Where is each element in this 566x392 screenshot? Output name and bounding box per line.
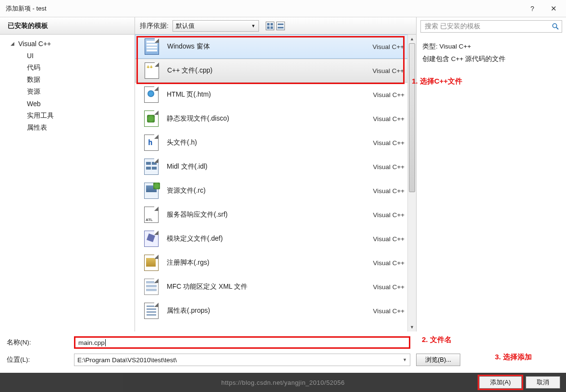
props-file-icon <box>144 303 159 319</box>
item-label: HTML 页(.htm) <box>167 90 373 99</box>
mfc-file-icon <box>144 279 159 295</box>
watermark-text: https://blog.csdn.net/yangjin_2010/52056 <box>0 379 566 386</box>
name-value: main.cpp <box>78 339 105 346</box>
scroll-up-icon[interactable]: ▲ <box>408 35 416 43</box>
item-lang: Visual C++ <box>373 259 405 267</box>
tree-root-label: Visual C++ <box>18 40 51 48</box>
cpp-file-icon <box>145 62 159 79</box>
installed-templates-header: 已安装的模板 <box>0 17 135 35</box>
annotation-2: 2. 文件名 <box>422 335 452 344</box>
name-input[interactable]: main.cpp <box>74 336 410 349</box>
chevron-down-icon: ▼ <box>251 24 256 28</box>
item-label: 服务器响应文件(.srf) <box>167 210 373 219</box>
item-lang: Visual C++ <box>372 67 404 74</box>
windows-form-icon <box>145 38 159 55</box>
item-lang: Visual C++ <box>373 283 405 291</box>
item-lang: Visual C++ <box>373 115 405 122</box>
item-label: 资源文件(.rc) <box>167 186 373 195</box>
item-lang: Visual C++ <box>373 163 405 171</box>
template-list-pane: 排序依据: 默认值 ▼ Windows 窗体 Visual C++ C++ 文件… <box>135 17 416 331</box>
close-button[interactable]: ✕ <box>543 2 564 15</box>
search-icon <box>551 22 560 31</box>
item-label: 模块定义文件(.def) <box>167 234 373 243</box>
bottom-panel: 名称(N): main.cpp 位置(L): E:\Program Data\V… <box>0 331 566 373</box>
list-item[interactable]: MFC 功能区定义 XML 文件 Visual C++ <box>135 275 416 299</box>
disco-file-icon <box>144 110 159 127</box>
svg-point-0 <box>553 24 556 27</box>
item-label: 属性表(.props) <box>167 306 373 315</box>
left-pane: 已安装的模板 ◢ Visual C++ UI 代码 数据 资源 Web 实用工具… <box>0 17 135 331</box>
tree-item-web[interactable]: Web <box>0 98 135 110</box>
list-item[interactable]: 属性表(.props) Visual C++ <box>135 299 416 323</box>
item-label: 注册脚本(.rgs) <box>167 258 373 267</box>
html-file-icon <box>144 86 159 103</box>
item-label: C++ 文件(.cpp) <box>167 66 372 75</box>
description-block: 类型: Visual C++ 创建包含 C++ 源代码的文件 <box>417 36 566 70</box>
scroll-down-icon[interactable]: ▼ <box>408 323 416 331</box>
scrollbar-thumb[interactable] <box>409 43 415 192</box>
item-lang: Visual C++ <box>373 187 405 195</box>
help-button[interactable]: ? <box>522 2 543 15</box>
location-input[interactable]: E:\Program Data\VS2010\test\test\ ▼ <box>74 354 410 366</box>
text-cursor <box>105 339 106 346</box>
list-item[interactable]: 静态发现文件(.disco) Visual C++ <box>135 107 416 131</box>
list-item[interactable]: 注册脚本(.rgs) Visual C++ <box>135 251 416 275</box>
description-text: 创建包含 C++ 源代码的文件 <box>422 53 560 65</box>
chevron-down-icon: ◢ <box>10 41 15 46</box>
rgs-file-icon <box>144 255 159 271</box>
window-title: 添加新项 - test <box>6 4 522 13</box>
annotation-1: 1. 选择C++文件 <box>412 77 462 86</box>
titlebar: 添加新项 - test ? ✕ <box>0 0 566 17</box>
tree-item-data[interactable]: 数据 <box>0 74 135 86</box>
location-label: 位置(L): <box>7 355 74 364</box>
type-value: Visual C++ <box>440 43 471 50</box>
search-input[interactable]: 搜索 已安装的模板 <box>420 20 562 33</box>
midl-file-icon <box>144 159 159 175</box>
def-file-icon <box>144 231 159 247</box>
details-pane: 搜索 已安装的模板 类型: Visual C++ 创建包含 C++ 源代码的文件… <box>416 17 566 331</box>
tree-item-ui[interactable]: UI <box>0 49 135 61</box>
list-item[interactable]: 资源文件(.rc) Visual C++ <box>135 179 416 203</box>
item-lang: Visual C++ <box>373 91 405 98</box>
view-small-icons[interactable] <box>266 22 274 30</box>
list-item[interactable]: 服务器响应文件(.srf) Visual C++ <box>135 203 416 227</box>
item-lang: Visual C++ <box>372 43 404 50</box>
item-lang: Visual C++ <box>373 307 405 315</box>
list-item[interactable]: 模块定义文件(.def) Visual C++ <box>135 227 416 251</box>
chevron-down-icon: ▼ <box>403 357 407 362</box>
svg-line-1 <box>556 27 558 29</box>
item-label: 头文件(.h) <box>167 138 373 147</box>
location-value: E:\Program Data\VS2010\test\test\ <box>77 356 177 364</box>
browse-button[interactable]: 浏览(B)... <box>416 354 460 366</box>
view-large-icons[interactable] <box>276 22 285 30</box>
rc-file-icon <box>144 183 159 199</box>
tree-item-code[interactable]: 代码 <box>0 61 135 74</box>
item-label: Windows 窗体 <box>167 42 372 51</box>
template-list: Windows 窗体 Visual C++ C++ 文件(.cpp) Visua… <box>135 35 416 331</box>
sort-select[interactable]: 默认值 ▼ <box>172 20 259 32</box>
sort-select-value: 默认值 <box>176 22 195 30</box>
tree-root-visual-cpp[interactable]: ◢ Visual C++ <box>0 37 135 49</box>
item-label: 静态发现文件(.disco) <box>167 114 373 123</box>
template-tree: ◢ Visual C++ UI 代码 数据 资源 Web 实用工具 属性表 <box>0 35 135 331</box>
item-lang: Visual C++ <box>373 139 405 147</box>
header-file-icon <box>144 135 159 151</box>
srf-file-icon <box>144 207 159 223</box>
list-item[interactable]: Midl 文件(.idl) Visual C++ <box>135 155 416 179</box>
type-label: 类型: <box>422 43 438 50</box>
tree-item-resource[interactable]: 资源 <box>0 86 135 98</box>
list-item[interactable]: 头文件(.h) Visual C++ <box>135 131 416 155</box>
item-lang: Visual C++ <box>373 235 405 243</box>
annotation-3: 3. 选择添加 <box>495 353 532 362</box>
list-item[interactable]: HTML 页(.htm) Visual C++ <box>135 83 416 107</box>
name-label: 名称(N): <box>7 338 74 347</box>
list-item[interactable]: C++ 文件(.cpp) Visual C++ <box>135 59 416 83</box>
item-label: Midl 文件(.idl) <box>167 162 373 171</box>
tree-item-props[interactable]: 属性表 <box>0 122 135 134</box>
tree-item-utility[interactable]: 实用工具 <box>0 110 135 122</box>
item-lang: Visual C++ <box>373 211 405 219</box>
item-label: MFC 功能区定义 XML 文件 <box>167 282 373 291</box>
sort-label: 排序依据: <box>140 22 169 30</box>
list-item[interactable]: Windows 窗体 Visual C++ <box>135 35 416 59</box>
search-placeholder: 搜索 已安装的模板 <box>425 22 551 31</box>
